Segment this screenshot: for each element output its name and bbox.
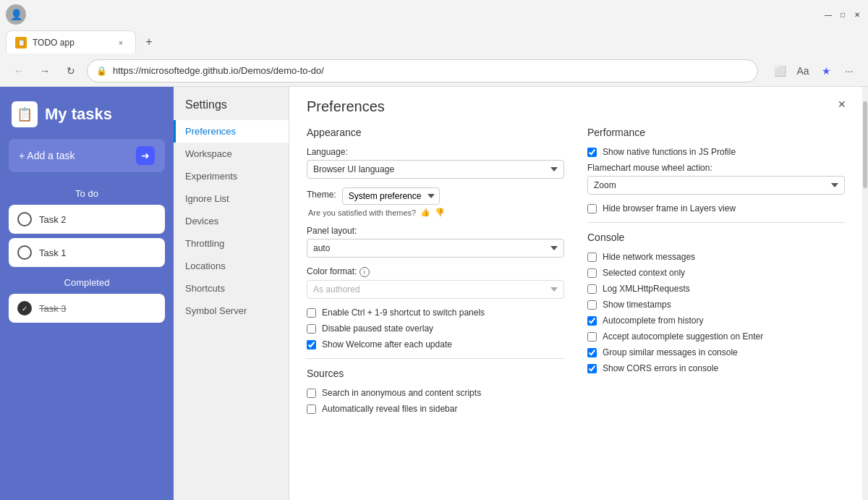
theme-row: Theme: System preference [307, 187, 564, 205]
nav-item-symbol-server[interactable]: Symbol Server [174, 300, 289, 322]
accept-autocomplete-label: Accept autocomplete suggestion on Enter [603, 331, 763, 342]
color-format-setting: Color format: i As authored [307, 266, 564, 299]
enable-shortcut-checkbox[interactable] [307, 308, 316, 318]
cors-errors-checkbox[interactable] [587, 364, 597, 373]
autocomplete-history-checkbox[interactable] [587, 316, 597, 326]
panel-layout-setting: Panel layout: auto [307, 226, 564, 258]
url-bar[interactable]: 🔒 https://microsoftedge.github.io/Demos/… [87, 59, 758, 82]
add-task-button[interactable]: + Add a task ➜ [9, 139, 165, 172]
log-xml-checkbox[interactable] [587, 284, 597, 294]
anonymous-scripts-label: Search in anonymous and content scripts [322, 388, 481, 398]
nav-item-experiments[interactable]: Experiments [174, 165, 289, 187]
flamechart-select[interactable]: Zoom [587, 176, 845, 195]
language-select[interactable]: Browser UI language [307, 160, 564, 179]
checkbox-show-timestamps: Show timestamps [587, 300, 845, 310]
task-done-icon[interactable]: ✓ [17, 301, 32, 315]
main-content: 📋 My tasks + Add a task ➜ To do Task 2 T… [0, 87, 868, 500]
anonymous-scripts-checkbox[interactable] [307, 389, 316, 398]
hide-network-checkbox[interactable] [587, 253, 597, 262]
more-icon[interactable]: ··· [839, 61, 859, 81]
selected-context-checkbox[interactable] [587, 268, 597, 278]
accept-autocomplete-checkbox[interactable] [587, 332, 597, 342]
forward-button[interactable]: → [35, 61, 55, 81]
checkbox-enable-shortcut: Enable Ctrl + 1-9 shortcut to switch pan… [307, 308, 564, 318]
theme-setting: Theme: System preference Are you satisfi… [307, 187, 564, 217]
show-timestamps-label: Show timestamps [603, 300, 671, 310]
show-welcome-label: Show Welcome after each update [322, 339, 452, 349]
checkbox-group-messages: Group similar messages in console [587, 347, 845, 357]
maximize-button[interactable]: □ [838, 9, 848, 20]
disable-paused-checkbox[interactable] [307, 324, 316, 334]
add-task-label: + Add a task [19, 150, 75, 161]
task-checkbox[interactable] [17, 245, 32, 260]
refresh-button[interactable]: ↻ [61, 61, 81, 81]
color-format-info-icon: i [359, 267, 370, 277]
group-messages-label: Group similar messages in console [603, 347, 738, 357]
nav-item-locations[interactable]: Locations [174, 255, 289, 277]
task-label: Task 1 [39, 247, 67, 258]
read-mode-icon[interactable]: Aa [793, 61, 813, 81]
color-format-select[interactable]: As authored [307, 280, 564, 299]
checkbox-disable-paused: Disable paused state overlay [307, 323, 564, 334]
console-section-title: Console [587, 232, 845, 243]
minimize-button[interactable]: — [823, 9, 833, 20]
completed-task-item[interactable]: ✓ Task 3 [9, 294, 165, 323]
checkbox-hide-browser-frame: Hide browser frame in Layers view [587, 203, 845, 213]
task-item[interactable]: Task 1 [9, 238, 165, 267]
preferences-left-column: Appearance Language: Browser UI language… [307, 127, 564, 420]
scrollbar-thumb[interactable] [863, 101, 867, 188]
new-tab-button[interactable]: + [139, 32, 159, 52]
checkbox-selected-context: Selected context only [587, 268, 845, 278]
nav-item-devices[interactable]: Devices [174, 210, 289, 232]
nav-item-preferences[interactable]: Preferences [174, 120, 289, 143]
tab-close-button[interactable]: × [115, 37, 127, 48]
checkbox-accept-autocomplete: Accept autocomplete suggestion on Enter [587, 331, 845, 342]
divider [587, 222, 845, 223]
user-avatar[interactable]: 👤 [6, 4, 26, 25]
native-functions-checkbox[interactable] [587, 148, 597, 157]
active-tab[interactable]: 📋 TODO app × [6, 30, 136, 54]
task-item[interactable]: Task 2 [9, 205, 165, 234]
hide-browser-frame-checkbox[interactable] [587, 204, 597, 213]
close-button[interactable]: ✕ [852, 9, 862, 20]
add-task-arrow-icon: ➜ [136, 146, 155, 165]
address-bar: ← → ↻ 🔒 https://microsoftedge.github.io/… [0, 55, 868, 87]
task-checkbox[interactable] [17, 212, 32, 226]
enable-shortcut-label: Enable Ctrl + 1-9 shortcut to switch pan… [322, 308, 485, 318]
show-timestamps-checkbox[interactable] [587, 300, 597, 310]
theme-satisfaction: Are you satisfied with themes? 👍 👎 [308, 208, 564, 217]
preferences-content: ✕ Preferences Appearance Language: Brows… [289, 87, 862, 500]
nav-item-ignore-list[interactable]: Ignore List [174, 187, 289, 210]
show-welcome-checkbox[interactable] [307, 340, 316, 349]
nav-item-workspace[interactable]: Workspace [174, 143, 289, 165]
panel-layout-select[interactable]: auto [307, 239, 564, 258]
tab-favicon: 📋 [15, 37, 27, 48]
thumbs-down-icon[interactable]: 👎 [435, 208, 445, 217]
preferences-scrollbar[interactable] [862, 87, 868, 500]
checkbox-log-xml: Log XMLHttpRequests [587, 284, 845, 294]
flamechart-label: Flamechart mouse wheel action: [587, 163, 845, 173]
settings-title: Settings [174, 87, 289, 120]
preferences-columns: Appearance Language: Browser UI language… [307, 127, 845, 420]
thumbs-up-icon[interactable]: 👍 [420, 208, 430, 217]
todo-sidebar: 📋 My tasks + Add a task ➜ To do Task 2 T… [0, 87, 174, 500]
tab-title: TODO app [33, 38, 109, 48]
flamechart-setting: Flamechart mouse wheel action: Zoom [587, 163, 845, 195]
language-label: Language: [307, 147, 564, 157]
reveal-files-checkbox[interactable] [307, 404, 316, 414]
group-messages-checkbox[interactable] [587, 348, 597, 357]
back-button[interactable]: ← [9, 61, 29, 81]
theme-select[interactable]: System preference [342, 187, 440, 205]
nav-item-throttling[interactable]: Throttling [174, 232, 289, 255]
completed-section-label: Completed [0, 277, 174, 288]
favorites-icon[interactable]: ★ [816, 61, 836, 81]
hide-browser-frame-label: Hide browser frame in Layers view [603, 203, 736, 213]
divider [307, 358, 564, 359]
todo-title: My tasks [45, 105, 112, 124]
devtools-panel: Settings Preferences Workspace Experimen… [174, 87, 868, 500]
preferences-close-button[interactable]: ✕ [833, 96, 851, 113]
collections-icon[interactable]: ⬜ [770, 61, 790, 81]
lock-icon: 🔒 [96, 66, 107, 76]
browser-window: 👤 — □ ✕ 📋 TODO app × + ← → ↻ 🔒 https://m… [0, 0, 868, 500]
nav-item-shortcuts[interactable]: Shortcuts [174, 277, 289, 300]
